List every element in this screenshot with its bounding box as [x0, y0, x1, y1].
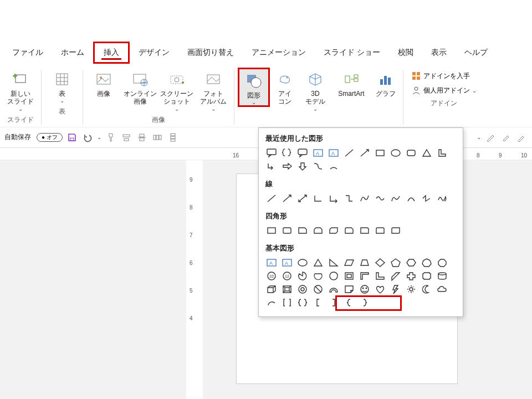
shape-line-arrow[interactable]: [357, 147, 372, 159]
shape-down-arrow[interactable]: [295, 160, 310, 172]
shape-textbox-v[interactable]: A: [326, 147, 341, 159]
shape-text-h[interactable]: A: [264, 257, 279, 269]
shape-moon[interactable]: [420, 283, 434, 295]
shape-heptagon[interactable]: [420, 257, 434, 269]
shape-diamond[interactable]: [373, 257, 387, 269]
shape-connector-curve[interactable]: [311, 160, 325, 172]
shape-donut[interactable]: [295, 283, 310, 295]
shape-doublebracket[interactable]: [280, 296, 294, 309]
shape-triangle[interactable]: [420, 147, 434, 159]
shape-snip2diag[interactable]: [326, 224, 341, 237]
table-button[interactable]: 表 ⌄: [45, 68, 79, 104]
shape-bevel[interactable]: [280, 283, 294, 295]
shape-scribble[interactable]: [420, 192, 434, 204]
distribute-v-icon[interactable]: [167, 131, 179, 144]
shape-noSymbol[interactable]: [311, 283, 325, 295]
shape-plaque[interactable]: [420, 270, 434, 282]
shape-line[interactable]: [264, 192, 279, 204]
shape-curve[interactable]: [357, 192, 372, 204]
shape-doublebrace[interactable]: [295, 296, 310, 309]
shape-right-arrow[interactable]: [280, 160, 294, 172]
shape-arc2[interactable]: [264, 296, 279, 309]
shape-heart[interactable]: [373, 283, 387, 295]
shape-elbow[interactable]: [311, 192, 325, 204]
shape-rightbracket[interactable]: [326, 296, 341, 309]
shape-triangle[interactable]: [311, 257, 325, 269]
shape-arrow-line[interactable]: [280, 192, 294, 204]
pictures-button[interactable]: 画像: [86, 68, 121, 98]
shape-halfframe[interactable]: [357, 270, 372, 282]
shape-smiley[interactable]: [357, 283, 372, 295]
shape-snip2same[interactable]: [311, 224, 325, 237]
shape-bent-arrow[interactable]: [264, 160, 279, 172]
autosave-toggle[interactable]: ● オフ: [37, 133, 63, 142]
photo-album-button[interactable]: フォト アルバム ⌄: [196, 68, 231, 112]
get-addins-button[interactable]: アドインを入手: [411, 71, 477, 81]
shape-round2diag[interactable]: [388, 224, 403, 237]
shape-double-arrow[interactable]: [295, 192, 310, 204]
online-pictures-button[interactable]: オンライン 画像: [123, 68, 157, 106]
tab-home[interactable]: ホーム: [52, 43, 93, 62]
shape-sun[interactable]: [404, 283, 418, 295]
shape-scribble2[interactable]: [435, 192, 449, 204]
highlighter-icon[interactable]: [515, 131, 528, 144]
shape-snip1[interactable]: [295, 224, 310, 237]
shape-teardrop[interactable]: [326, 270, 341, 282]
chart-button[interactable]: グラフ: [372, 68, 400, 98]
tab-slideshow[interactable]: スライド ショー: [315, 43, 389, 62]
shape-can[interactable]: [435, 270, 449, 282]
shape-diagstripe[interactable]: [388, 270, 403, 282]
tab-help[interactable]: ヘルプ: [456, 43, 497, 62]
tab-insert[interactable]: 挿入: [93, 42, 130, 64]
shape-lshape[interactable]: [373, 270, 387, 282]
chevron-down-icon[interactable]: ⌄: [477, 134, 481, 140]
shape-elbow-double[interactable]: [342, 192, 356, 204]
shape-rect[interactable]: [373, 147, 387, 159]
shape-elbow-arrow[interactable]: [326, 192, 341, 204]
pen-icon[interactable]: [484, 131, 497, 144]
shape-trapezoid[interactable]: [357, 257, 372, 269]
shape-sniproundrect[interactable]: [342, 224, 356, 237]
shape-roundrect-callout[interactable]: [295, 147, 310, 159]
undo-icon[interactable]: [81, 131, 94, 144]
tab-file[interactable]: ファイル: [3, 43, 52, 62]
my-addins-button[interactable]: 個人用アドイン ⌄: [411, 85, 477, 95]
icons-button[interactable]: アイ コン: [272, 68, 298, 106]
chevron-down-icon[interactable]: ⌄: [97, 134, 101, 140]
shape-arc[interactable]: [326, 160, 341, 172]
shape-frame[interactable]: [342, 270, 356, 282]
tab-view[interactable]: 表示: [422, 43, 456, 62]
tab-design[interactable]: デザイン: [130, 43, 178, 62]
shape-ellipse[interactable]: [388, 147, 403, 159]
shape-l[interactable]: [435, 147, 449, 159]
shape-hexagon[interactable]: [404, 257, 418, 269]
shape-rect[interactable]: [264, 224, 279, 237]
shape-pentagon[interactable]: [388, 257, 403, 269]
shape-pie[interactable]: [295, 270, 310, 282]
shape-brace[interactable]: [280, 147, 294, 159]
tab-transitions[interactable]: 画面切り替え: [178, 43, 243, 62]
shape-textbox[interactable]: A: [311, 147, 325, 159]
smartart-button[interactable]: SmartArt: [333, 68, 370, 98]
shape-chord[interactable]: [311, 270, 325, 282]
shape-round1[interactable]: [357, 224, 372, 237]
shape-octagon[interactable]: [435, 257, 449, 269]
shape-oval[interactable]: [295, 257, 310, 269]
shape-leftbrace[interactable]: [342, 296, 356, 309]
shape-line[interactable]: [342, 147, 356, 159]
shape-blockarc[interactable]: [326, 283, 341, 295]
shape-decagon[interactable]: 10: [264, 270, 279, 282]
shape-roundrect[interactable]: [280, 224, 294, 237]
align-icon[interactable]: [120, 131, 132, 144]
shapes-button[interactable]: 図形 ⌄: [238, 68, 270, 107]
save-icon[interactable]: [66, 131, 78, 144]
3d-models-button[interactable]: 3D モデル ⌄: [300, 68, 331, 112]
shape-connector[interactable]: [404, 192, 418, 204]
shape-round2same[interactable]: [373, 224, 387, 237]
new-slide-button[interactable]: 新しい スライド ⌄: [3, 68, 38, 112]
shape-lightning[interactable]: [388, 283, 403, 295]
screenshot-button[interactable]: スクリーン ショット ⌄: [160, 68, 194, 112]
align-middle-icon[interactable]: [136, 131, 148, 144]
shape-parallelogram[interactable]: [342, 257, 356, 269]
shape-curve2[interactable]: [373, 192, 387, 204]
